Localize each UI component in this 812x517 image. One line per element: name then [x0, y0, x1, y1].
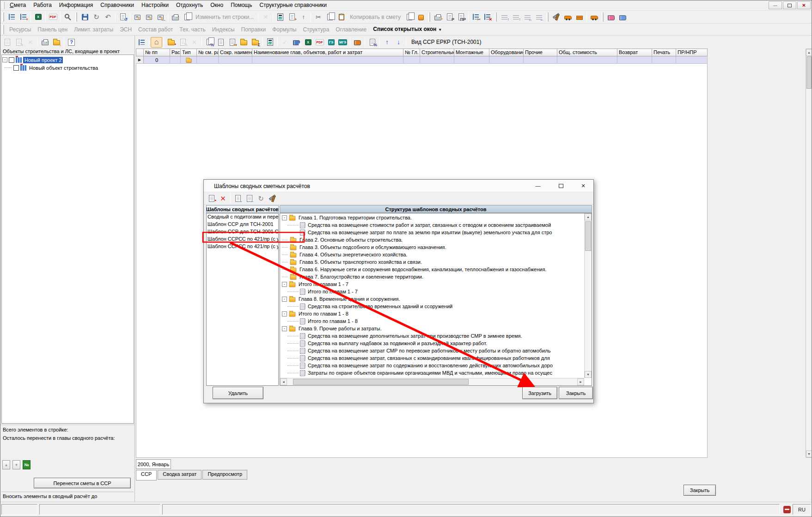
structure-tree-item[interactable]: Глава 4. Объекты энергетического хозяйст…	[281, 251, 584, 258]
column-header-пр-нпр[interactable]: ПР/НПР	[676, 49, 708, 56]
repair-template-icon[interactable]	[267, 193, 278, 204]
load-template-button[interactable]: Загрузить	[522, 387, 557, 399]
numbering-button[interactable]: №	[23, 460, 31, 469]
toolbar-drag-handle[interactable]	[495, 12, 497, 22]
help-icon[interactable]: ?	[66, 37, 77, 48]
expander-icon[interactable]: -	[282, 326, 287, 331]
panel-button-состав-работ[interactable]: Состав работ	[135, 24, 176, 35]
save-icon[interactable]	[79, 12, 91, 22]
delete-icon[interactable]: ✕	[189, 37, 200, 48]
ssr-view-selector[interactable]: Вид ССР ЕРКР (ТСН-2001)	[408, 39, 485, 45]
dialog-close-button[interactable]: ✕	[574, 180, 593, 192]
column-header-возврат[interactable]: Возврат	[617, 49, 652, 56]
toolbar-drag-handle[interactable]	[428, 12, 430, 22]
calculator-icon[interactable]	[264, 37, 276, 48]
materials-delivery-icon[interactable]	[562, 12, 574, 22]
clear-structure-icon[interactable]: ✂	[470, 12, 482, 22]
move-up-icon[interactable]: ↑	[381, 37, 393, 48]
copy-structure-icon[interactable]	[181, 12, 193, 22]
form-pr-icon[interactable]: ПР	[455, 12, 467, 22]
structure-tree-item[interactable]: Глава 5. Объекты транспортного хозяйства…	[281, 258, 584, 266]
row-settings-2-icon[interactable]	[143, 12, 155, 22]
indexes-page-icon[interactable]: %	[366, 37, 378, 48]
restore-numbering-icon[interactable]: ↺	[117, 12, 128, 22]
scrollbar-thumb[interactable]	[293, 379, 469, 385]
delete-object-icon[interactable]: ✕	[24, 37, 36, 48]
print-icon[interactable]	[39, 37, 51, 48]
exit-door-icon[interactable]: ↪	[226, 37, 238, 48]
column-header--гл-[interactable]: № Гл.	[403, 49, 420, 56]
menu-работа[interactable]: Работа	[30, 0, 55, 10]
insert-estimate-icon[interactable]: +	[286, 12, 298, 22]
checkbox[interactable]	[9, 57, 14, 63]
column-header[interactable]	[136, 49, 144, 56]
column-header-общ-стоимость[interactable]: Общ. стоимость	[557, 49, 617, 56]
structure-tree-item[interactable]: -Глава 1. Подготовка территории строител…	[281, 214, 584, 221]
estimate-table-row[interactable]: ▶0	[136, 56, 708, 64]
panel-button-структура[interactable]: Структура	[299, 24, 332, 35]
catalog-norms-icon[interactable]	[617, 12, 629, 22]
panel-button-тех-часть[interactable]: Тех. часть	[176, 24, 208, 35]
toolbar-drag-handle[interactable]	[2, 12, 4, 22]
indent-level-up-all-icon[interactable]: ↑	[510, 12, 522, 22]
structure-tree-item[interactable]: Средства на возмещение затрат СМР по пер…	[281, 347, 584, 354]
template-item-highlighted[interactable]: Шаблон ССРСС по 421/пр (с учетом 5...	[207, 236, 278, 243]
scroll-up-button[interactable]: ▲	[585, 213, 592, 220]
minimize-button[interactable]: —	[769, 1, 782, 9]
delete-template-icon[interactable]: ✕	[217, 193, 229, 204]
toolbar-drag-handle[interactable]	[2, 2, 5, 9]
structure-tree-item[interactable]: Глава 7. Благоустройство и озеленение те…	[281, 273, 584, 280]
edit-icon[interactable]: ✎	[177, 37, 189, 48]
structure-tree-item[interactable]: Глава 6. Наружные сети и сооружения водо…	[281, 266, 584, 273]
column-header-рас[interactable]: Рас	[170, 49, 181, 56]
menu-помощь[interactable]: Помощь	[227, 0, 256, 10]
load-project-icon[interactable]: ↓	[51, 37, 62, 48]
paste-icon[interactable]	[336, 12, 347, 22]
panel-button-список-открытых-окон[interactable]: Список открытых окон▼	[370, 24, 445, 36]
template-item[interactable]: Шаблон ССР для ТСН-2001	[207, 221, 278, 228]
structure-tree-item[interactable]: Итого по главам 1 - 7	[281, 288, 584, 295]
copy-to-estimate-button[interactable]: Копировать в смету	[347, 14, 403, 20]
search-icon[interactable]	[62, 12, 73, 22]
fill-bucket-icon[interactable]	[415, 12, 427, 22]
row-settings-1-icon[interactable]	[132, 12, 143, 22]
structure-tree-item[interactable]: -Глава 9. Прочие работы и затраты.	[281, 325, 584, 332]
structure-tree-icon[interactable]	[136, 37, 147, 48]
edit-object-icon[interactable]: ✎	[13, 37, 24, 48]
print-structure-icon[interactable]	[170, 12, 181, 22]
tab-сср[interactable]: ССР	[136, 470, 157, 481]
panel-button-ресурсы[interactable]: Ресурсы	[6, 24, 34, 35]
template-item[interactable]: Сводный с подитогами и переменными	[207, 213, 278, 221]
scrollbar-thumb[interactable]	[585, 221, 591, 251]
dialog-minimize-button[interactable]: —	[528, 180, 548, 192]
import-template-icon[interactable]: ←	[244, 193, 255, 204]
home-icon[interactable]: ⌂	[151, 37, 162, 48]
scroll-right-button[interactable]: ►	[577, 378, 584, 385]
structure-tree-item[interactable]: Средства на строительство временных здан…	[281, 303, 584, 310]
scroll-up-button[interactable]: ▲	[806, 49, 812, 56]
vertical-scrollbar[interactable]: ▲ ▼	[806, 49, 812, 458]
toolbar-drag-handle[interactable]	[602, 12, 604, 22]
print-forms-icon[interactable]: *	[432, 12, 444, 22]
structure-tree-item[interactable]: Средства на возмещение стоимости работ и…	[281, 221, 584, 229]
catalog-prices-icon[interactable]	[605, 12, 617, 22]
language-indicator[interactable]: RU	[793, 504, 811, 515]
dialog-maximize-button[interactable]	[551, 180, 571, 192]
maximize-button[interactable]	[783, 1, 796, 9]
template-item[interactable]: Шаблон ССР для ТСН-2001 Строитель...	[207, 228, 278, 236]
menu-структурные-справочники[interactable]: Структурные справочники	[256, 0, 330, 10]
structure-tree-add-icon[interactable]: +	[18, 12, 29, 22]
export-template-icon[interactable]: →	[232, 193, 244, 204]
export-excel-icon[interactable]: X	[32, 12, 44, 22]
menu-настройки[interactable]: Настройки	[138, 0, 172, 10]
tree-horizontal-scrollbar[interactable]: ◄ ►	[280, 378, 584, 385]
column-header-сокр-наимен-[interactable]: Сокр. наимен.	[219, 49, 252, 56]
change-row-type-button[interactable]: Изменить тип строки...	[193, 14, 256, 20]
period-selector[interactable]: 2000, Январь	[136, 459, 171, 469]
project-tree-item[interactable]: Новый объект строительства	[2, 64, 133, 72]
form-p-icon[interactable]: Р	[444, 12, 455, 22]
resources-icon[interactable]	[550, 12, 562, 22]
close-dialog-button[interactable]: Закрыть	[559, 387, 593, 399]
document-icon[interactable]	[215, 37, 226, 48]
toolbar-drag-handle[interactable]	[2, 25, 4, 34]
